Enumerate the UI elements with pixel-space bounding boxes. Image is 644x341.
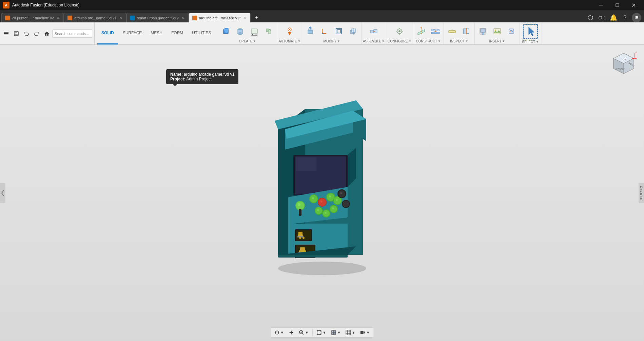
- viewport-grid: [0, 45, 102, 96]
- svg-text:X: X: [637, 57, 637, 60]
- svg-rect-139: [346, 330, 351, 335]
- svg-rect-1: [4, 33, 8, 34]
- tab-label: arduino arc...me3.f3d v1*: [199, 16, 241, 20]
- view-cube[interactable]: TOP FRONT RIGHT Z X: [610, 52, 637, 79]
- select-section: SELECT ▼: [520, 22, 541, 44]
- plane-at-angle-button[interactable]: [414, 25, 428, 37]
- bottom-toolbar: ▼ ▼: [270, 327, 374, 338]
- notification-button[interactable]: 🔔: [609, 13, 618, 22]
- left-panel-toggle[interactable]: [0, 183, 5, 203]
- redo-button[interactable]: [32, 29, 41, 38]
- section-analysis-button[interactable]: [460, 25, 473, 37]
- mode-tab-mesh[interactable]: MESH: [147, 22, 167, 44]
- toolbar-left-icons: [0, 22, 95, 44]
- tab-icon: [5, 16, 10, 20]
- minimize-button[interactable]: ─: [593, 0, 609, 10]
- assemble-tool-button[interactable]: [367, 25, 380, 37]
- construct-section: CONSTRUCT ▼: [413, 22, 444, 44]
- timer-button[interactable]: ⏱ 1: [597, 13, 607, 22]
- tab-close-button[interactable]: ✕: [56, 15, 60, 20]
- maximize-button[interactable]: □: [609, 0, 625, 10]
- add-tab-button[interactable]: +: [252, 13, 261, 22]
- inspect-label: INSPECT ▼: [450, 39, 468, 44]
- offset-plane-button[interactable]: [429, 25, 442, 37]
- home-button[interactable]: [42, 29, 52, 38]
- more-options-button[interactable]: ▼: [358, 329, 372, 336]
- configure-section: CONFIGURE ▼: [386, 22, 413, 44]
- svg-rect-15: [268, 31, 271, 34]
- canvas-area[interactable]: Name: arduino arcade game.f3d v1 Project…: [0, 45, 644, 341]
- close-button[interactable]: ✕: [626, 0, 641, 10]
- svg-rect-18: [308, 30, 313, 34]
- tab-label: arduino arc...game.f3d v1: [74, 16, 117, 20]
- svg-rect-111: [299, 250, 306, 252]
- measure-button[interactable]: [445, 25, 459, 37]
- file-tooltip: Name: arduino arcade game.f3d v1 Project…: [166, 69, 238, 84]
- fit-screen-button[interactable]: ▼: [315, 329, 328, 336]
- shell-button[interactable]: [332, 25, 346, 37]
- modify-section: MODIFY ▼: [302, 22, 362, 44]
- automate-label: AUTOMATE ▼: [278, 39, 300, 44]
- transform-tool-button[interactable]: [262, 25, 275, 37]
- svg-point-74: [312, 197, 314, 199]
- svg-point-106: [303, 237, 305, 239]
- insert-mcmaster-button[interactable]: [476, 25, 490, 37]
- refresh-button[interactable]: [586, 13, 595, 22]
- insert-decal-button[interactable]: [505, 25, 518, 37]
- orbit-button[interactable]: ▼: [272, 329, 286, 336]
- svg-rect-21: [337, 30, 340, 33]
- press-pull-button[interactable]: [304, 25, 317, 37]
- tab-icon: [192, 16, 197, 20]
- fillet-button[interactable]: [318, 25, 331, 37]
- svg-point-97: [343, 201, 349, 207]
- tab-close-button[interactable]: ✕: [243, 15, 247, 20]
- tab-arduino-game[interactable]: arduino arc...game.f3d v1 ✕: [64, 13, 126, 22]
- tab-close-button[interactable]: ✕: [119, 15, 123, 20]
- mode-tab-solid[interactable]: SOLID: [97, 22, 118, 44]
- help-button[interactable]: ?: [620, 13, 630, 22]
- grid-toggle-button[interactable]: ▼: [344, 329, 357, 336]
- undo-button[interactable]: [22, 29, 31, 38]
- menu-button[interactable]: [1, 29, 11, 38]
- svg-text:FRONT: FRONT: [616, 68, 625, 70]
- pan-button[interactable]: [287, 329, 296, 336]
- 3d-model-arcade: [251, 89, 393, 279]
- search-input[interactable]: [52, 30, 93, 38]
- mode-tab-form[interactable]: FORM: [167, 22, 187, 44]
- select-tool-button[interactable]: [521, 23, 540, 40]
- tab-2dprinter[interactable]: 2d printer l...r machine v2 ✕: [1, 13, 64, 22]
- app-logo: A: [3, 2, 9, 8]
- create-label: CREATE ▼: [239, 39, 256, 44]
- svg-point-9: [238, 33, 242, 35]
- configure-tool-button[interactable]: [393, 25, 406, 37]
- save-button[interactable]: [12, 29, 21, 38]
- mode-tab-utilities[interactable]: UTILITIES: [188, 22, 215, 44]
- svg-text:Z: Z: [636, 52, 637, 54]
- svg-point-89: [325, 212, 327, 214]
- cylinder-tool-button[interactable]: [233, 25, 247, 37]
- insert-image-button[interactable]: [490, 25, 504, 37]
- tooltip-project-value2: Admin Project: [186, 77, 212, 81]
- user-avatar[interactable]: IB: [632, 13, 641, 22]
- mode-tab-surface[interactable]: SURFACE: [119, 22, 146, 44]
- sketch-tool-button[interactable]: [248, 25, 261, 37]
- combine-button[interactable]: [346, 25, 360, 37]
- zoom-button[interactable]: ▼: [297, 329, 310, 336]
- configure-label: CONFIGURE ▼: [388, 39, 411, 44]
- toolbar: SOLID SURFACE MESH FORM UTILITIES: [0, 22, 644, 45]
- tooltip-name-label: Name:: [170, 72, 183, 77]
- tab-smart-garden[interactable]: smart urban garden.f3d v ✕: [126, 13, 189, 22]
- automate-tool-button[interactable]: [283, 25, 296, 37]
- svg-point-129: [275, 331, 278, 334]
- svg-rect-2: [4, 35, 8, 35]
- svg-rect-116: [278, 255, 348, 258]
- box-tool-button[interactable]: [219, 25, 233, 37]
- svg-point-95: [340, 192, 342, 194]
- toolbar-separator-1: [312, 329, 313, 336]
- tab-icon: [67, 16, 72, 20]
- svg-rect-25: [370, 30, 374, 33]
- view-orientation-button[interactable]: ▼: [329, 329, 343, 336]
- tab-arduino-me3[interactable]: arduino arc...me3.f3d v1* ✕: [189, 13, 251, 22]
- tab-close-button[interactable]: ✕: [181, 15, 185, 20]
- right-panel-toggle[interactable]: DELETE: [639, 183, 644, 203]
